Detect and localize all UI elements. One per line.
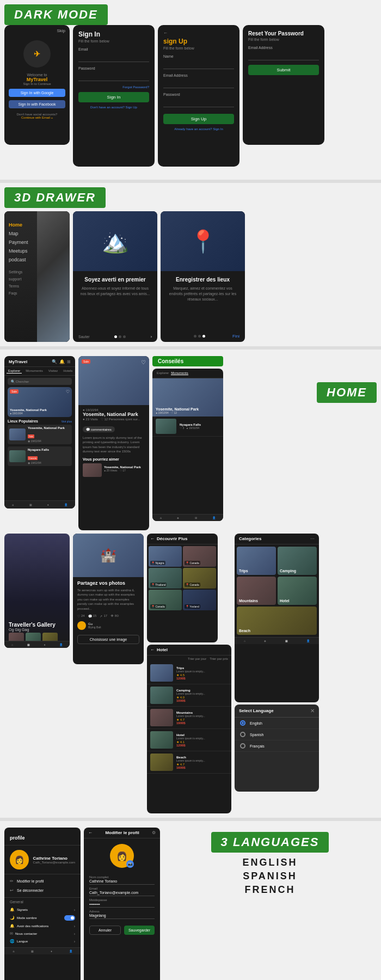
cat-item-beach[interactable]: Beach — [237, 607, 317, 635]
onboard-skip-1[interactable]: Sauter — [78, 335, 90, 339]
gallery-nav-gallery[interactable]: ▦ — [27, 643, 30, 646]
heart-icon[interactable]: ♡ — [66, 389, 70, 394]
explorer-header: MyTravel 🔍 🔔 ⊞ — [4, 356, 75, 367]
search-icon[interactable]: 🔍 — [52, 359, 57, 364]
profile-nav-profile[interactable]: 👤 — [69, 950, 72, 953]
drawer-podcast-item[interactable]: podcast — [9, 257, 28, 262]
name-input[interactable] — [163, 59, 234, 69]
setting-signets[interactable]: 🔔 Signets › — [10, 906, 75, 914]
nav-gallery[interactable]: ▦ — [29, 503, 32, 506]
onboard-fin[interactable]: Fini — [232, 334, 239, 339]
signup-password-input[interactable] — [163, 97, 234, 107]
dark-mode-toggle[interactable] — [64, 915, 75, 921]
setting-contact[interactable]: ✉ Nous contacter › — [10, 930, 75, 938]
camera-icon[interactable]: 📷 — [126, 860, 134, 868]
onboard-next-1[interactable]: › — [151, 335, 152, 339]
conseillee-tab-monuments[interactable]: Monuments — [171, 371, 188, 375]
cat-nav-profile[interactable]: 👤 — [306, 639, 310, 642]
sort-by-prix-button[interactable]: Trier par prix — [210, 657, 228, 660]
conseillee-nav-discover[interactable]: ◈ — [177, 516, 179, 519]
edit-email-value[interactable]: Cath_Toriano@example.com — [89, 891, 155, 896]
setting-notifications[interactable]: 🔔 Avoir des notifications › — [10, 922, 75, 930]
edit-cancel-button[interactable]: Annuler — [89, 926, 121, 935]
cat-nav-home[interactable]: ⌂ — [244, 639, 245, 642]
bell-icon[interactable]: 🔔 — [59, 359, 65, 364]
hotel-item-image-3 — [150, 709, 173, 726]
profile-nav-categories[interactable]: ♦ — [51, 950, 52, 953]
notifications-arrow: › — [74, 924, 75, 928]
grid-icon[interactable]: ⊞ — [67, 359, 71, 364]
search-input[interactable]: 🔍 Chercher — [8, 378, 72, 385]
gallery-nav-categories[interactable]: ♦ — [44, 643, 46, 646]
drawer-support-item[interactable]: support — [9, 277, 28, 281]
detail-heart-icon[interactable]: ♡ — [141, 359, 146, 365]
signup-submit-button[interactable]: Sign Up — [163, 114, 234, 124]
signup-link[interactable]: Sign Up — [126, 106, 137, 109]
comment-badge[interactable]: 💬 commentaires — [83, 426, 115, 432]
edit-settings-icon[interactable]: ⚙ — [152, 830, 156, 835]
gallery-nav-profile[interactable]: 👤 — [59, 643, 63, 646]
already-signin-link[interactable]: Sign In — [213, 127, 223, 131]
sort-by-jour-button[interactable]: Trier par jour — [188, 657, 206, 660]
hotel-item-4: Hotel Lorem ipsum is empty... ★ 4.1 1200… — [147, 729, 231, 751]
edit-address-value[interactable]: Magelang — [89, 914, 155, 919]
cat-nav-discover[interactable]: ◈ — [264, 639, 266, 642]
logout-action[interactable]: ↩ Se déconnecter — [10, 886, 75, 895]
password-input[interactable] — [78, 71, 149, 81]
drawer-payment-item[interactable]: Payment — [9, 240, 28, 245]
setting-language[interactable]: 🌐 Langue › — [10, 938, 75, 945]
conseillee-nav-categories[interactable]: ⊞ — [195, 516, 197, 519]
lang-item-english[interactable]: English — [235, 718, 319, 729]
edit-save-button[interactable]: Sauvegarder — [124, 926, 155, 935]
categories-more-icon[interactable]: ⋯ — [310, 536, 315, 541]
reset-submit-button[interactable]: Submit — [248, 65, 319, 75]
drawer-faqs-item[interactable]: Faqs — [9, 291, 28, 295]
languages-section: 3 LANGUAGES ENGLISH SPANISH FRENCH — [163, 828, 377, 900]
setting-dark-mode[interactable]: 🌙 Mode sombre — [10, 914, 75, 922]
edit-back-icon[interactable]: ← — [88, 830, 93, 835]
decouvrir-back-icon[interactable]: ← — [150, 536, 155, 541]
profile-nav-home[interactable]: ⌂ — [13, 950, 14, 953]
lang-close-icon[interactable]: ✕ — [310, 708, 315, 714]
nav-home[interactable]: ⌂ — [12, 503, 14, 506]
drawer-terms-item[interactable]: Terms — [9, 284, 28, 288]
tab-hotels[interactable]: Hotels — [62, 369, 74, 373]
cat-item-hotel[interactable]: Hotel — [278, 577, 317, 605]
tab-monuments[interactable]: Monuments — [24, 369, 44, 373]
cat-item-camping[interactable]: Camping — [278, 547, 317, 575]
drawer-home-item[interactable]: Home — [9, 222, 28, 228]
hotel-back-icon[interactable]: ← — [150, 647, 155, 652]
back-arrow-icon[interactable]: ← — [163, 30, 234, 35]
conseillee-tab-explorer[interactable]: Explorer — [157, 371, 169, 375]
dot-1 — [114, 335, 117, 338]
cat-item-mountains[interactable]: Mountains — [237, 577, 276, 605]
conseillee-nav-home[interactable]: ⌂ — [160, 516, 162, 519]
forgot-password-link[interactable]: Forgot Password? — [78, 85, 149, 89]
edit-profile-action[interactable]: ✏ Modifier le profil — [10, 877, 75, 886]
cat-nav-categories[interactable]: ▦ — [285, 639, 288, 642]
gallery-nav-home[interactable]: ⌂ — [11, 643, 13, 646]
cat-item-trips[interactable]: Trips — [237, 547, 276, 575]
google-signin-button[interactable]: Sign In with Google — [9, 89, 65, 97]
email-input[interactable] — [78, 52, 149, 62]
reset-email-input[interactable] — [248, 51, 319, 60]
tab-explorer[interactable]: Explorer — [7, 369, 22, 373]
drawer-meetups-item[interactable]: Meetups — [9, 248, 28, 254]
nav-categories[interactable]: ♦ — [47, 503, 49, 506]
skip-button[interactable]: Skip — [57, 28, 65, 33]
profile-nav-gallery[interactable]: ▦ — [31, 950, 34, 953]
edit-name-value[interactable]: Cathrine Toriano — [89, 879, 155, 885]
lang-item-francais[interactable]: Français — [235, 740, 319, 752]
drawer-map-item[interactable]: Map — [9, 231, 28, 236]
signin-submit-button[interactable]: Sign In — [78, 92, 149, 102]
conseillee-nav-profile[interactable]: 👤 — [212, 516, 216, 519]
choose-image-button[interactable]: Choisissez une image — [77, 635, 139, 644]
nav-profile[interactable]: 👤 — [64, 503, 67, 506]
edit-password-value[interactable]: •••••••• — [89, 902, 155, 908]
signup-email-input[interactable] — [163, 78, 234, 88]
see-all-link[interactable]: Voir plus — [62, 420, 72, 423]
tab-visitez[interactable]: Visitez — [47, 369, 60, 373]
drawer-settings-item[interactable]: Settings — [9, 270, 28, 274]
lang-item-spanish[interactable]: Spanish — [235, 729, 319, 740]
facebook-signin-button[interactable]: Sign In with Facebook — [9, 100, 65, 108]
